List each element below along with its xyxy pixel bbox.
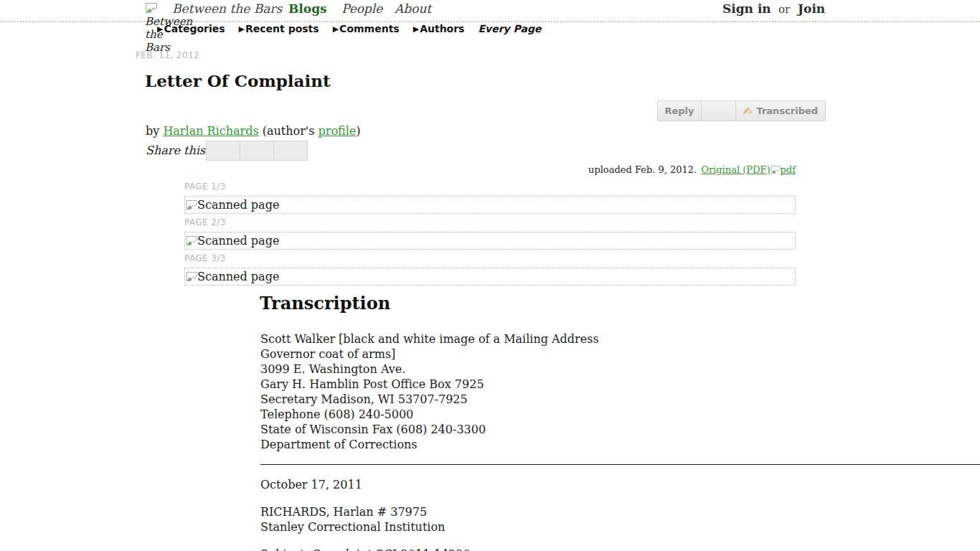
authors-label: (author's — [259, 124, 319, 138]
transcription-heading: Transcription — [260, 293, 390, 314]
page: Between the Bars Between the Bars Blogs … — [0, 0, 980, 551]
broken-image-icon — [771, 165, 781, 174]
subnav-authors[interactable]: ▶Authors — [413, 23, 465, 34]
triangle-icon: ▶ — [157, 24, 163, 34]
nav-people[interactable]: People — [341, 1, 382, 16]
transcription-paragraph: RICHARDS, Harlan # 37975Stanley Correcti… — [260, 504, 980, 534]
or-label: or — [778, 3, 790, 16]
scanned-page-alt: Scanned page — [197, 234, 279, 248]
transcription-paragraph: Scott Walker [black and white image of a… — [260, 331, 980, 452]
reply-button[interactable]: Reply — [657, 100, 702, 121]
subnav-categories[interactable]: ▶Categories — [157, 23, 225, 34]
scanned-page-alt: Scanned page — [197, 270, 279, 283]
share-buttons — [206, 141, 308, 161]
nav-blogs[interactable]: Blogs — [288, 1, 327, 16]
transcribed-button[interactable]: ✍ Transcribed — [735, 100, 826, 121]
blog-subnav: ▶Categories ▶Recent posts ▶Comments ▶Aut… — [157, 23, 541, 34]
original-pdf-link[interactable]: Original (PDF) — [701, 164, 770, 175]
scanned-page-1[interactable]: Scanned page — [184, 196, 796, 214]
by-label: by — [146, 124, 163, 138]
share-button-3[interactable] — [273, 141, 308, 161]
share-button-1[interactable] — [206, 141, 240, 161]
author-link[interactable]: Harlan Richards — [163, 124, 258, 138]
broken-image-icon — [145, 2, 158, 14]
transcription-paragraph: Subject: Complaint SCI-2011-14230 — [260, 547, 980, 551]
nav-about[interactable]: About — [395, 1, 431, 16]
broken-image-icon — [186, 235, 197, 246]
byline: by Harlan Richards (author's profile) — [146, 124, 361, 138]
profile-link[interactable]: profile — [319, 124, 357, 138]
sign-in-link[interactable]: Sign in — [722, 1, 771, 16]
subnav-comments[interactable]: ▶Comments — [333, 23, 400, 34]
page-label-1: PAGE 1/3 — [184, 182, 226, 192]
post-title: Letter Of Complaint — [145, 71, 331, 90]
share-label: Share this: — [146, 143, 209, 157]
post-date: FEB. 11, 2012 — [136, 50, 199, 60]
uploaded-date: uploaded Feb. 9, 2012. — [588, 164, 697, 175]
writing-hand-icon: ✍ — [743, 105, 753, 118]
triangle-icon: ▶ — [413, 24, 419, 34]
triangle-icon: ▶ — [333, 24, 339, 34]
transcription-paragraph: October 17, 2011 — [260, 477, 980, 492]
empty-action-button[interactable] — [701, 100, 736, 121]
scanned-page-3[interactable]: Scanned page — [184, 268, 796, 286]
subnav-every-page[interactable]: Every Page — [478, 23, 541, 34]
transcription-body: Scott Walker [black and white image of a… — [260, 331, 980, 551]
page-label-2: PAGE 2/3 — [184, 217, 226, 227]
paren-label: ) — [356, 124, 360, 138]
scanned-page-alt: Scanned page — [197, 198, 279, 212]
subnav-recent-posts[interactable]: ▶Recent posts — [239, 23, 319, 34]
nav-site-title[interactable]: Between the Bars — [172, 1, 282, 16]
post-actions: Reply ✍ Transcribed — [657, 100, 826, 121]
broken-image-icon — [186, 271, 197, 282]
scanned-page-2[interactable]: Scanned page — [184, 232, 796, 250]
page-label-3: PAGE 3/3 — [184, 253, 226, 263]
uploaded-line: uploaded Feb. 9, 2012. Original (PDF) pd… — [588, 164, 796, 175]
share-button-2[interactable] — [240, 141, 274, 161]
transcription-divider — [260, 464, 980, 465]
transcribed-label: Transcribed — [756, 105, 818, 116]
triangle-icon: ▶ — [239, 24, 245, 34]
logo-alt-text: Between the Bars — [145, 15, 192, 54]
join-link[interactable]: Join — [798, 1, 825, 16]
pdf-alt-link[interactable]: pdf — [781, 164, 796, 175]
broken-image-icon — [186, 199, 197, 210]
